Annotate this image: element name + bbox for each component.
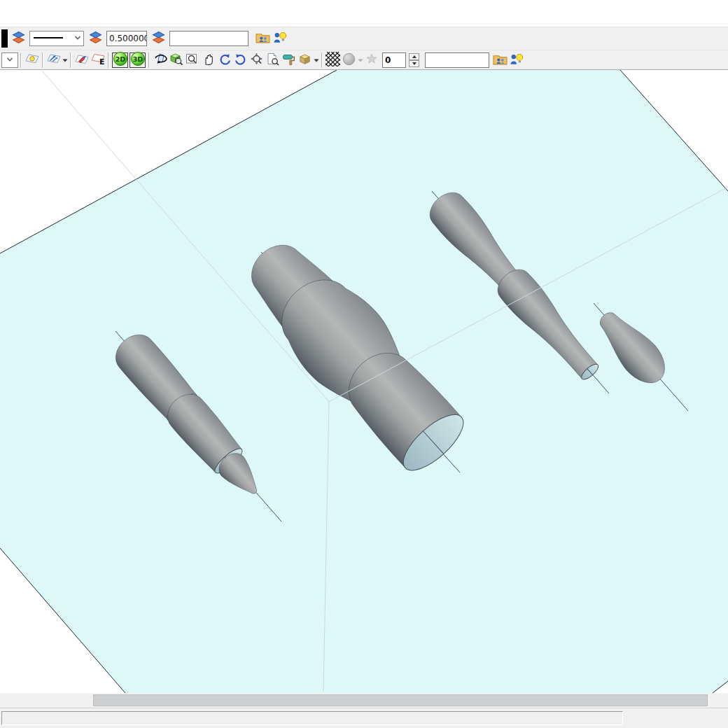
magnifier-box-icon (186, 52, 199, 67)
spinner-down-button[interactable] (409, 60, 419, 67)
layer-order-button-1[interactable] (10, 30, 27, 47)
angle-spinner-field[interactable]: 0 (382, 52, 406, 68)
hand-icon (202, 52, 215, 68)
2d-mode-icon: 2D (113, 51, 128, 69)
rotate-view-icon (153, 52, 168, 68)
workplane-sketch-button[interactable] (74, 52, 90, 68)
triangle-up-icon (412, 55, 416, 58)
star-icon (366, 53, 377, 66)
color-swatch[interactable] (1, 29, 8, 48)
arrow-cw-icon (234, 52, 248, 68)
tag-field[interactable] (169, 31, 248, 46)
note-field[interactable] (425, 52, 489, 68)
rotate-right-button[interactable] (232, 52, 248, 68)
mode-3d-button[interactable]: 3D (130, 52, 146, 68)
mode-2d-label: 2D (115, 55, 125, 63)
angle-spinner-buttons (409, 53, 419, 67)
horizontal-scrollbar-thumb[interactable] (93, 694, 708, 706)
page-magnifier-icon (266, 52, 280, 68)
view-toolbar: E 2D 3D (0, 50, 728, 70)
layers-icon (89, 31, 102, 46)
mesh-display-button[interactable] (325, 52, 341, 68)
plane-edit-label: E (99, 57, 105, 66)
zoom-extents-button[interactable] (248, 52, 265, 68)
magnifier-arrows-icon (250, 52, 264, 68)
sphere-display-button[interactable] (341, 52, 357, 68)
status-field (1, 711, 623, 725)
rotate-view-button[interactable] (152, 52, 168, 68)
triangle-down-icon (412, 62, 416, 65)
open-group-button[interactable] (254, 30, 271, 47)
display-cube-dropdown[interactable] (313, 52, 319, 68)
horizontal-scrollbar[interactable] (0, 693, 728, 708)
mode-3d-label: 3D (132, 55, 143, 63)
workplane-orientation-button[interactable] (46, 52, 62, 68)
workplane-visibility-button[interactable] (24, 52, 40, 68)
status-bar (0, 708, 728, 728)
cube-icon (298, 52, 312, 68)
render-roller-button[interactable] (281, 52, 297, 68)
chevron-down-icon (74, 34, 81, 43)
window-top-space (0, 0, 728, 27)
zoom-page-button[interactable] (265, 52, 281, 68)
mode-2d-button[interactable]: 2D (112, 52, 128, 68)
line-style-combo[interactable] (29, 31, 84, 46)
highlight-assist-button-2[interactable] (508, 52, 524, 68)
star-display-button[interactable] (363, 52, 379, 68)
layer-order-button-3[interactable] (150, 30, 167, 47)
layers-icon (152, 31, 165, 46)
plane-bulb-icon (25, 52, 39, 67)
viewport-canvas[interactable] (0, 70, 728, 693)
chevron-down-icon (6, 55, 13, 65)
format-toolbar: 0.500000 (0, 27, 728, 50)
workplane-orientation-dropdown[interactable] (62, 52, 68, 68)
line-style-sample-icon (32, 34, 64, 43)
workplane-edit-button[interactable]: E (90, 52, 106, 68)
viewport (0, 70, 728, 693)
spinner-up-button[interactable] (409, 53, 419, 60)
plane-pen-icon (75, 52, 89, 67)
zoom-window-button[interactable] (184, 52, 200, 68)
open-group-button-2[interactable] (492, 52, 508, 68)
crosshatch-icon (326, 52, 340, 69)
zoom-solid-button[interactable] (168, 52, 184, 68)
sphere-icon (342, 52, 356, 68)
folder-people-icon (493, 52, 507, 68)
plane-e-icon: E (90, 52, 106, 68)
line-width-field[interactable]: 0.500000 (106, 31, 147, 46)
sphere-display-dropdown[interactable] (357, 52, 363, 68)
person-bulb-icon (272, 31, 287, 46)
pan-view-button[interactable] (200, 52, 216, 68)
plane-arrows-icon (47, 52, 61, 67)
person-bulb-icon (509, 52, 524, 68)
highlight-assist-button[interactable] (271, 30, 288, 47)
folder-people-icon (255, 31, 270, 46)
view-preset-combo[interactable] (1, 52, 18, 68)
layers-icon (12, 31, 25, 46)
layer-order-button-2[interactable] (87, 30, 104, 47)
arrow-ccw-icon (218, 52, 232, 68)
3d-mode-icon: 3D (130, 51, 146, 69)
rotate-left-button[interactable] (216, 52, 232, 68)
display-cube-button[interactable] (297, 52, 313, 68)
cube-magnifier-icon (169, 52, 183, 68)
paint-roller-icon (282, 52, 296, 68)
